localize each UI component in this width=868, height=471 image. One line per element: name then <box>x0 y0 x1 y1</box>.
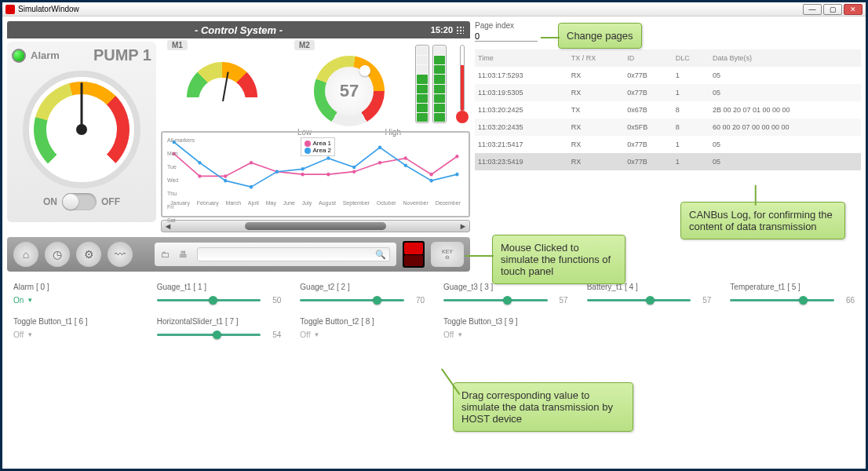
log-row[interactable]: 11:03:19:5305RX0x77B105 <box>475 84 861 101</box>
dashboard-icon[interactable]: ◷ <box>45 242 70 267</box>
gauge-m2: M2 57 LowHigh <box>288 42 410 128</box>
svg-point-2 <box>224 174 227 178</box>
log-header: DLC <box>673 49 709 67</box>
slider[interactable] <box>587 299 691 301</box>
search-icon: 🔍 <box>375 250 386 260</box>
svg-point-6 <box>326 173 330 177</box>
canbus-log-table: TimeTX / RXIDDLCData Byte(s) 11:03:17:52… <box>475 49 861 170</box>
log-row[interactable]: 11:03:20:2425TX0x67B82B 00 20 07 01 00 0… <box>475 101 861 119</box>
close-button[interactable]: ✕ <box>844 4 863 15</box>
control-toggle: Toggle Button_t2 [ 8 ]Off▼ <box>300 317 425 339</box>
callout-drag: Drag corresponding value to simulate the… <box>453 382 633 432</box>
svg-point-18 <box>326 156 330 160</box>
alarm-panel: Alarm PUMP 1 ON OFF <box>7 42 156 222</box>
key-icon: ⊖ <box>445 254 450 261</box>
log-row[interactable]: 11:03:21:5417RX0x77B105 <box>475 136 861 153</box>
control-temperature_t1: Temperature_t1 [ 5 ]66 <box>730 283 855 305</box>
svg-point-10 <box>429 173 432 177</box>
chevron-down-icon: ▼ <box>313 331 319 338</box>
titlebar: SimulatorWindow — ▢ ✕ <box>2 2 866 16</box>
slider[interactable] <box>730 299 834 301</box>
svg-point-21 <box>404 163 407 167</box>
svg-point-15 <box>250 185 253 189</box>
window-title: SimulatorWindow <box>18 5 79 13</box>
control-alarm: Alarm [ 0 ]On▼ <box>13 283 138 305</box>
svg-point-7 <box>352 170 356 173</box>
gauge-m1: M1 <box>161 42 283 128</box>
control-horizontalslider_t1: HorizontalSlider_t1 [ 7 ]54 <box>157 317 282 339</box>
chart-icon[interactable]: 〰 <box>108 242 133 267</box>
svg-point-8 <box>378 161 381 165</box>
control-toggle: Toggle Button_t1 [ 6 ]Off▼ <box>13 317 138 339</box>
toggle-on-label: ON <box>43 196 57 207</box>
log-header: Time <box>475 49 568 67</box>
apps-grid-icon[interactable] <box>456 26 464 34</box>
power-rocker[interactable] <box>403 241 425 268</box>
dropdown[interactable]: Off▼ <box>300 330 425 339</box>
alarm-label: Alarm <box>31 49 60 61</box>
key-button[interactable]: KEY ⊖ <box>431 242 464 267</box>
svg-point-3 <box>250 161 253 165</box>
svg-point-19 <box>352 166 356 170</box>
alarm-led-icon <box>12 49 26 63</box>
svg-point-1 <box>198 174 201 178</box>
svg-point-23 <box>455 173 458 177</box>
page-index-label: Page index <box>475 21 861 30</box>
pump-label: PUMP 1 <box>93 46 151 64</box>
chart-legend: Area 1Area 2 <box>301 137 336 156</box>
minimize-button[interactable]: — <box>803 4 822 15</box>
svg-point-13 <box>198 161 201 165</box>
svg-point-14 <box>224 179 227 183</box>
svg-point-22 <box>429 179 432 183</box>
gear-icon[interactable]: ⚙ <box>76 242 101 267</box>
log-header: TX / RX <box>568 49 625 67</box>
header-title: - Control System - <box>195 24 283 36</box>
log-header: ID <box>624 49 673 67</box>
dropdown[interactable]: On▼ <box>13 296 138 305</box>
thermometer-icon <box>454 45 470 123</box>
print-icon[interactable]: 🖶 <box>179 250 188 259</box>
toggle-off-label: OFF <box>101 196 120 207</box>
home-icon[interactable]: ⌂ <box>13 242 38 267</box>
control-battery_t1: Battery_t1 [ 4 ]57 <box>587 283 712 305</box>
svg-point-16 <box>275 170 279 173</box>
page-index-input[interactable] <box>475 31 538 42</box>
chevron-down-icon: ▼ <box>27 331 33 338</box>
svg-point-11 <box>455 155 458 159</box>
chevron-down-icon: ▼ <box>457 331 463 338</box>
svg-point-17 <box>301 167 304 171</box>
line-chart: All markersMonTueWedThuFriSat Area 1Area… <box>161 131 470 217</box>
svg-point-5 <box>301 173 304 177</box>
control-guage_t1: Guage_t1 [ 1 ]50 <box>157 283 282 305</box>
slider[interactable] <box>300 299 404 301</box>
alarm-toggle[interactable] <box>62 193 97 210</box>
log-row[interactable]: 11:03:20:2435RX0x5FB860 00 20 07 00 00 0… <box>475 119 861 136</box>
control-toggle: Toggle Button_t3 [ 9 ]Off▼ <box>443 317 568 339</box>
slider[interactable] <box>443 299 548 301</box>
log-row[interactable]: 11:03:23:5419RX0x77B105 <box>475 153 861 170</box>
search-input[interactable]: 🔍 <box>197 247 390 261</box>
toolbar: ⌂ ◷ ⚙ 〰 🗀 🖶 🔍 KEY ⊖ <box>7 237 470 272</box>
chevron-down-icon: ▼ <box>27 297 33 304</box>
header-clock: 15:20 <box>431 25 464 35</box>
folder-icon[interactable]: 🗀 <box>161 250 170 259</box>
dashboard-header: - Control System - 15:20 <box>7 21 470 38</box>
callout-canbus: CANBus Log, for confirming the content o… <box>680 202 845 239</box>
svg-point-9 <box>404 156 407 160</box>
callout-mouse-click: Mouse Clicked to simulate the functions … <box>492 235 625 284</box>
app-logo-icon <box>5 5 15 14</box>
scroll-right-icon[interactable]: ► <box>457 221 469 232</box>
control-guage_t2: Guage_t2 [ 2 ]70 <box>300 283 425 305</box>
battery-bars <box>415 42 470 128</box>
log-row[interactable]: 11:03:17:5293RX0x77B105 <box>475 67 861 84</box>
slider[interactable] <box>157 334 261 336</box>
slider[interactable] <box>157 299 261 301</box>
callout-change-pages: Change pages <box>558 23 642 49</box>
dropdown[interactable]: Off▼ <box>13 330 138 339</box>
control-guage_t3: Guage_t3 [ 3 ]57 <box>443 283 568 305</box>
horizontal-scrollbar[interactable]: ◄ ► <box>161 220 470 232</box>
svg-point-20 <box>378 146 381 150</box>
dropdown[interactable]: Off▼ <box>443 330 568 339</box>
scroll-thumb[interactable] <box>245 222 386 230</box>
maximize-button[interactable]: ▢ <box>823 4 842 15</box>
